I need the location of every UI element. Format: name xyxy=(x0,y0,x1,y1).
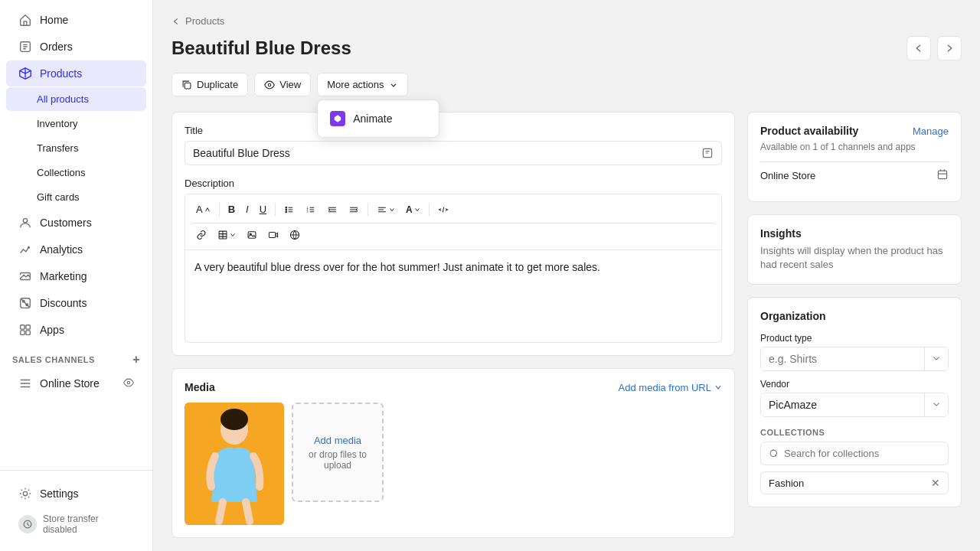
svg-point-29 xyxy=(220,409,248,430)
sidebar-item-all-products[interactable]: All products xyxy=(6,87,146,111)
duplicate-button[interactable]: Duplicate xyxy=(172,73,248,96)
fashion-tag-name: Fashion xyxy=(769,478,804,489)
view-label: View xyxy=(279,79,301,90)
sidebar-item-analytics[interactable]: Analytics xyxy=(6,236,146,262)
sidebar-item-collections[interactable]: Collections xyxy=(6,161,146,184)
insights-title: Insights xyxy=(760,227,949,240)
apps-icon xyxy=(18,323,32,337)
sidebar-item-orders[interactable]: Orders xyxy=(6,34,146,60)
search-icon xyxy=(769,448,779,459)
online-store-eye-icon[interactable] xyxy=(123,377,134,390)
font-color-btn[interactable]: A xyxy=(401,201,425,218)
embed-btn[interactable] xyxy=(285,227,305,243)
sidebar-item-home-label: Home xyxy=(40,14,68,26)
indent-decrease-btn[interactable] xyxy=(322,201,342,218)
add-media-url-button[interactable]: Add media from URL xyxy=(619,382,722,393)
svg-point-10 xyxy=(127,381,130,384)
manage-link[interactable]: Manage xyxy=(913,126,949,137)
align-btn[interactable] xyxy=(372,201,400,218)
sidebar-item-inventory[interactable]: Inventory xyxy=(6,112,146,135)
media-title: Media xyxy=(185,381,215,393)
svg-rect-6 xyxy=(21,325,24,329)
product-type-input[interactable] xyxy=(761,347,924,370)
media-image-item[interactable] xyxy=(185,403,284,525)
more-actions-dropdown: Animate xyxy=(317,99,439,138)
nav-next-button[interactable] xyxy=(937,36,962,60)
media-card: Media Add media from URL xyxy=(172,368,735,538)
italic-btn[interactable]: I xyxy=(241,201,253,218)
collections-search-input[interactable] xyxy=(784,448,940,459)
availability-subtitle: Available on 1 of 1 channels and apps xyxy=(760,142,949,152)
sidebar-item-home[interactable]: Home xyxy=(6,7,146,33)
sidebar-item-customers[interactable]: Customers xyxy=(6,210,146,236)
sidebar-item-marketing[interactable]: Marketing xyxy=(6,263,146,289)
image-btn[interactable] xyxy=(242,227,262,243)
more-actions-container: More actions Animate xyxy=(317,73,407,96)
description-editor[interactable]: A very beautiful blue dress over for the… xyxy=(185,250,721,342)
sidebar-item-settings-label: Settings xyxy=(40,487,79,500)
vendor-input[interactable] xyxy=(761,393,924,416)
nav-prev-button[interactable] xyxy=(906,36,931,60)
ordered-list-btn[interactable]: 123 xyxy=(301,201,321,218)
description-text: A very beautiful blue dress over for the… xyxy=(194,261,600,273)
page-title: Beautiful Blue Dress xyxy=(172,37,351,59)
video-btn[interactable] xyxy=(263,227,283,243)
more-actions-button[interactable]: More actions xyxy=(317,73,407,96)
content-grid: Title Beautiful Blue Dress Description A… xyxy=(172,112,962,538)
header-navigation xyxy=(906,36,962,60)
breadcrumb[interactable]: Products xyxy=(172,15,962,27)
svg-rect-7 xyxy=(26,325,30,329)
sidebar-subitem-transfers-label: Transfers xyxy=(37,142,78,154)
sidebar: Home Orders Products All products Invent… xyxy=(0,0,153,551)
sidebar-item-products[interactable]: Products xyxy=(6,60,146,86)
animate-label: Animate xyxy=(353,112,392,125)
code-btn[interactable] xyxy=(433,201,453,218)
sidebar-item-gift-cards[interactable]: Gift cards xyxy=(6,185,146,209)
media-upload-area[interactable]: Add media or drop files toupload xyxy=(292,403,384,502)
sidebar-item-apps-label: Apps xyxy=(40,324,64,336)
sidebar-item-store-transfer[interactable]: Store transfer disabled xyxy=(6,507,146,541)
product-details-card: Title Beautiful Blue Dress Description A… xyxy=(172,112,735,356)
svg-point-17 xyxy=(286,209,287,210)
sidebar-item-discounts[interactable]: Discounts xyxy=(6,290,146,316)
sidebar-item-apps[interactable]: Apps xyxy=(6,317,146,343)
collections-search-box xyxy=(760,442,949,465)
title-input[interactable]: Beautiful Blue Dress xyxy=(185,141,722,165)
table-btn[interactable] xyxy=(213,227,240,243)
product-image xyxy=(185,403,284,525)
svg-point-16 xyxy=(286,207,287,208)
add-channel-icon[interactable]: + xyxy=(132,353,140,367)
home-icon xyxy=(18,13,32,27)
sidebar-item-transfers[interactable]: Transfers xyxy=(6,136,146,160)
format-text-btn[interactable]: A xyxy=(191,201,215,218)
fashion-tag-remove[interactable]: ✕ xyxy=(931,477,940,489)
link-btn[interactable] xyxy=(191,227,211,243)
indent-increase-btn[interactable] xyxy=(344,201,364,218)
bold-btn[interactable]: B xyxy=(224,201,240,218)
product-type-label: Product type xyxy=(760,333,949,344)
animate-menu-item[interactable]: Animate xyxy=(322,105,434,132)
unordered-list-btn[interactable] xyxy=(279,201,299,218)
breadcrumb-label: Products xyxy=(185,15,224,27)
view-button[interactable]: View xyxy=(254,73,311,96)
page-header: Beautiful Blue Dress xyxy=(172,36,962,60)
discounts-icon xyxy=(18,296,32,310)
online-store-calendar-icon[interactable] xyxy=(936,168,949,183)
col-right: Product availability Manage Available on… xyxy=(747,112,962,538)
vendor-select-btn[interactable] xyxy=(924,393,948,416)
sidebar-item-online-store[interactable]: Online Store xyxy=(6,370,146,396)
media-grid: Add media or drop files toupload xyxy=(185,403,722,525)
sidebar-subitem-all-products-label: All products xyxy=(37,93,89,105)
orders-icon xyxy=(18,40,32,54)
insights-card: Insights Insights will display when the … xyxy=(747,214,962,285)
animate-icon xyxy=(330,111,345,126)
sidebar-subitem-collections-label: Collections xyxy=(37,167,86,178)
media-header: Media Add media from URL xyxy=(185,381,722,393)
main-content: Products Beautiful Blue Dress Duplicate xyxy=(153,0,980,551)
availability-title: Product availability xyxy=(760,125,858,137)
col-left: Title Beautiful Blue Dress Description A… xyxy=(172,112,735,538)
sidebar-item-settings[interactable]: Settings xyxy=(6,481,146,507)
product-type-select-btn[interactable] xyxy=(924,347,948,370)
underline-btn[interactable]: U xyxy=(255,201,271,218)
organization-title: Organization xyxy=(760,310,949,322)
